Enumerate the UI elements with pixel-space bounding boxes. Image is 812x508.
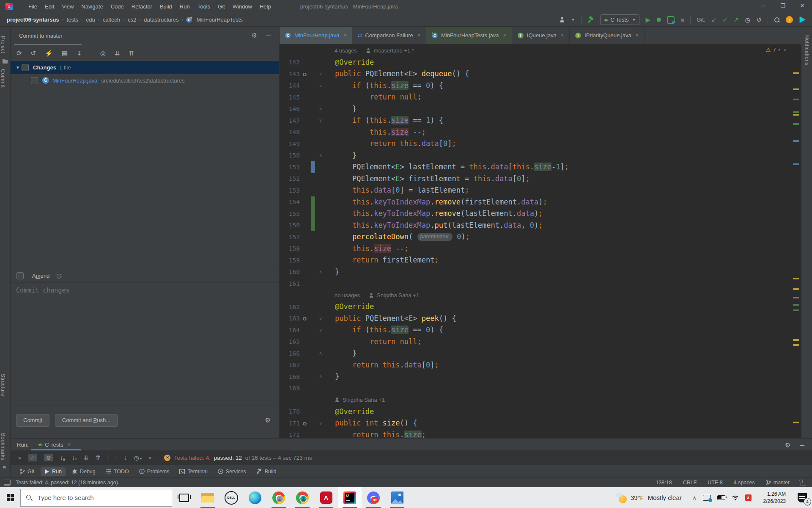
code-text[interactable]: if (this.size == 1) { (325, 115, 443, 127)
fold-end-icon[interactable]: ∧ (316, 103, 325, 115)
breadcrumb-item-tests[interactable]: tests (66, 17, 79, 23)
breadcrumb-item-datastructures[interactable]: datastructures (143, 17, 179, 23)
start-button[interactable] (0, 487, 20, 508)
code-line-154[interactable]: 154 this.keyToIndexMap.remove(firstEleme… (280, 196, 789, 208)
added-line-marker[interactable] (311, 208, 315, 220)
close-icon[interactable]: ✕ (793, 0, 812, 13)
code-line-170[interactable]: 170@Override (280, 406, 789, 418)
code-line-153[interactable]: 153 this.data[0] = lastElement; (280, 185, 789, 196)
code-line-163[interactable]: 163O↑∨public PQElement<E> peek() { (280, 313, 789, 325)
tab-minfourheaptests-java[interactable]: CMinFourHeapTests.java✕ (426, 27, 512, 44)
code-line-165[interactable]: 165 return null; (280, 336, 789, 348)
code-text[interactable]: return this.data[0]; (325, 138, 456, 150)
line-number[interactable]: 153 (280, 187, 300, 194)
taskbar-app-discord[interactable]: 9+ (362, 487, 385, 508)
line-number[interactable]: 158 (280, 245, 300, 252)
line-number[interactable]: 149 (280, 141, 300, 147)
code-line-151[interactable]: 151 PQElement<E> lastElement = this.data… (280, 161, 789, 173)
close-icon[interactable]: ✕ (635, 33, 639, 38)
tab-ipriorityqueue-java[interactable]: IIPriorityQueue.java✕ (570, 27, 645, 44)
line-number[interactable]: 167 (280, 362, 300, 368)
tool-strip-bookmarks[interactable]: Bookmarks (0, 433, 10, 461)
git-push-icon[interactable]: ↗ (734, 17, 739, 23)
git-branch-widget[interactable]: master (766, 480, 790, 486)
commit-history-icon[interactable]: ◷ (56, 272, 61, 279)
stripe-mark-g[interactable] (793, 99, 799, 100)
code-text[interactable]: PQElement<E> firstElement = this.data[0]… (325, 173, 530, 185)
run-configuration-select[interactable]: ◀▶ C Tests ▼ (600, 14, 640, 25)
stripe-mark-y[interactable] (793, 339, 799, 341)
close-icon[interactable]: ✕ (67, 442, 71, 447)
clock-widget[interactable]: 1:26 AM 2/26/2023 (763, 491, 786, 504)
code-text[interactable]: return null; (325, 91, 422, 103)
line-number[interactable]: 165 (280, 338, 300, 345)
code-text[interactable]: this.size --; (325, 243, 409, 255)
close-icon[interactable]: ✕ (503, 33, 507, 38)
code-line-142[interactable]: 142@Override (280, 57, 789, 69)
stripe-mark-b[interactable] (793, 163, 799, 165)
taskbar-app-dell[interactable]: DELL (219, 487, 243, 508)
taskbar-app-chrome-profile-1[interactable] (267, 487, 291, 508)
toolwindow-button-services[interactable]: Services (214, 467, 250, 476)
indent-setting[interactable]: 4 spaces (734, 480, 755, 486)
line-number[interactable]: 162 (280, 304, 300, 310)
line-number[interactable]: 168 (280, 373, 300, 380)
code-text[interactable]: percolateDown( parentIndex: 0); (325, 231, 470, 243)
code-line-145[interactable]: 145 return null; (280, 91, 789, 103)
next-failed-icon[interactable]: ↓ (124, 454, 127, 461)
taskbar-search[interactable] (20, 489, 172, 507)
code-line-161[interactable]: 161 (280, 278, 789, 290)
line-number[interactable]: 156 (280, 222, 300, 229)
added-line-marker[interactable] (311, 220, 315, 232)
tool-strip-structure[interactable]: Structure (0, 374, 10, 396)
run-tab[interactable]: ◀▶ C Tests ✕ (38, 439, 71, 450)
shelve-icon[interactable]: ↧ (77, 50, 82, 57)
usages-hint[interactable]: no usages (335, 292, 360, 298)
toolwindow-button-git[interactable]: Git (16, 467, 38, 476)
hide-panel-icon[interactable]: ─ (266, 32, 271, 39)
line-ending[interactable]: CRLF (683, 480, 697, 486)
code-author-inlay[interactable]: 4 usagesmcasertano +1 * (335, 47, 414, 54)
commit-and-push-button[interactable]: Commit and Push... (55, 414, 118, 427)
line-number[interactable]: 154 (280, 199, 300, 205)
line-number[interactable]: 145 (280, 94, 300, 101)
tool-window-toggle-icon[interactable] (4, 480, 11, 486)
code-text[interactable]: } (325, 348, 357, 359)
menu-item-git[interactable]: Git (214, 0, 229, 13)
line-number[interactable]: 155 (280, 210, 300, 217)
line-number[interactable]: 170 (280, 408, 300, 415)
history-icon[interactable]: ◷ (745, 17, 750, 23)
fold-start-icon[interactable]: ∨ (316, 80, 325, 92)
line-number[interactable]: 148 (280, 129, 300, 135)
taskbar-app-edge[interactable] (243, 487, 267, 508)
code-line-158[interactable]: 158 this.size --; (280, 243, 789, 255)
toolwindow-button-terminal[interactable]: Terminal (176, 467, 211, 476)
fold-start-icon[interactable]: ∨ (316, 417, 325, 429)
code-line-157[interactable]: 157 percolateDown( parentIndex: 0); (280, 231, 789, 243)
code-text[interactable]: } (325, 266, 339, 278)
gear-icon[interactable]: ⚙ (252, 32, 257, 39)
gear-icon[interactable]: ⚙ (785, 442, 790, 449)
tool-strip-project[interactable]: Project (0, 36, 10, 53)
code-line-152[interactable]: 152 PQElement<E> firstElement = this.dat… (280, 173, 789, 185)
toolwindow-button-problems[interactable]: Problems (135, 467, 173, 476)
code-line-147[interactable]: 147∨ if (this.size == 1) { (280, 115, 789, 127)
changes-tree-row[interactable]: ▼ Changes 1 file (11, 61, 279, 74)
breadcrumb-item-edu[interactable]: edu (85, 17, 96, 23)
display-tray-icon[interactable] (703, 495, 711, 501)
file-encoding[interactable]: UTF-8 (708, 480, 722, 486)
code-text[interactable]: PQElement<E> lastElement = this.data[thi… (325, 161, 569, 173)
fold-start-icon[interactable]: ∨ (316, 115, 325, 127)
code-text[interactable]: public int size() { (325, 417, 417, 429)
close-icon[interactable]: ✕ (343, 33, 347, 38)
line-number[interactable]: 160 (280, 268, 300, 275)
line-number[interactable]: 163 (280, 315, 300, 322)
git-update-icon[interactable]: ↙ (711, 17, 717, 23)
code-line-150[interactable]: 150∧ } (280, 150, 789, 162)
taskbar-app-intellij[interactable]: IJ (338, 487, 362, 508)
code-text[interactable]: } (325, 103, 357, 115)
commit-message-area[interactable]: Commit changes (11, 282, 279, 406)
code-text[interactable]: this.data[0] = lastElement; (325, 185, 469, 196)
fold-end-icon[interactable]: ∧ (316, 348, 325, 359)
maximize-icon[interactable]: ❐ (773, 0, 793, 13)
